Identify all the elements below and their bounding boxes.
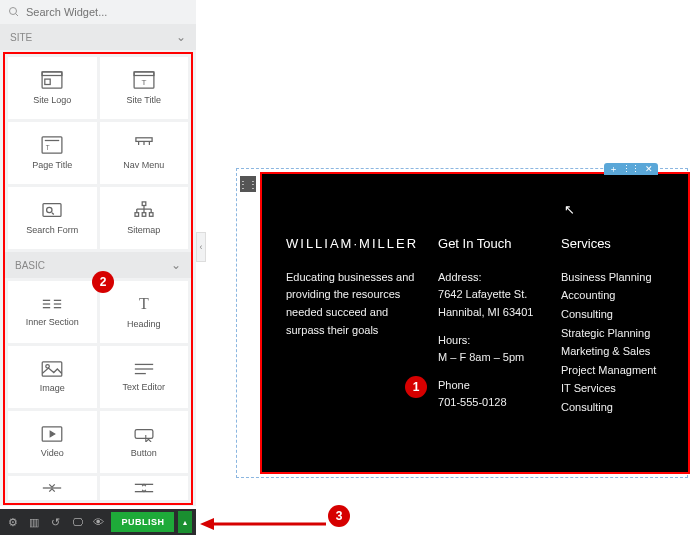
history-icon[interactable]: ↺ (47, 513, 64, 531)
section-header-site[interactable]: SITE ⌄ (0, 24, 196, 50)
footer-service-item[interactable]: Project Managment (561, 362, 664, 380)
widget-divider[interactable] (8, 476, 97, 500)
section-label: BASIC (15, 260, 45, 271)
footer-service-item[interactable]: Consulting (561, 399, 664, 417)
widget-image[interactable]: Image (8, 346, 97, 408)
svg-line-17 (52, 213, 54, 215)
section-drag-icon[interactable]: ⋮⋮ (622, 163, 640, 175)
widget-label: Heading (127, 319, 161, 329)
footer-phone-label: Phone (438, 377, 541, 395)
footer-col-contact: Get In Touch Address: 7642 Lafayette St.… (438, 234, 541, 452)
settings-icon[interactable]: ⚙ (4, 513, 21, 531)
chevron-down-icon: ⌄ (176, 30, 186, 44)
footer-phone-value: 701-555-0128 (438, 394, 541, 412)
chevron-down-icon: ⌄ (171, 258, 181, 272)
svg-point-0 (10, 8, 17, 15)
widget-spacer[interactable] (100, 476, 189, 500)
footer-services-heading: Services (561, 234, 664, 255)
widget-label: Video (41, 448, 64, 458)
publish-options-caret[interactable]: ▴ (178, 511, 192, 533)
footer-hours-label: Hours: (438, 332, 541, 350)
search-row (0, 0, 196, 24)
site-widgets-grid: Site Logo T Site Title T Page Title Nav … (5, 54, 191, 252)
svg-point-35 (46, 365, 50, 369)
annotation-3: 3 (328, 505, 350, 527)
divider-icon (41, 482, 63, 494)
spacer-icon (133, 482, 155, 494)
footer-service-item[interactable]: Accounting (561, 287, 664, 305)
widget-heading[interactable]: T Heading (100, 281, 189, 343)
heading-icon: T (134, 295, 154, 313)
sitemap-icon (133, 201, 155, 219)
search-icon (8, 6, 20, 18)
editor-canvas[interactable]: ⋮⋮ ＋ ⋮⋮ ✕ WILLIAM·MILLER Educating busin… (208, 0, 690, 504)
section-add-icon[interactable]: ＋ (604, 163, 622, 175)
svg-text:T: T (139, 295, 149, 312)
nav-menu-icon (133, 136, 155, 154)
footer-address-2: Hannibal, MI 63401 (438, 304, 541, 322)
widget-label: Inner Section (26, 317, 79, 327)
widget-site-logo[interactable]: Site Logo (8, 57, 97, 119)
svg-rect-21 (149, 213, 153, 217)
svg-rect-18 (142, 202, 146, 206)
footer-services-list: Business PlanningAccountingConsultingStr… (561, 269, 664, 417)
section-label: SITE (10, 32, 32, 43)
widget-inner-section[interactable]: Inner Section (8, 281, 97, 343)
widget-label: Site Logo (33, 95, 71, 105)
widget-label: Text Editor (122, 382, 165, 392)
footer-about-text: Educating businesses and providing the r… (286, 269, 418, 339)
widget-label: Sitemap (127, 225, 160, 235)
widget-nav-menu[interactable]: Nav Menu (100, 122, 189, 184)
footer-address-label: Address: (438, 269, 541, 287)
widget-sitemap[interactable]: Sitemap (100, 187, 189, 249)
search-input[interactable] (26, 6, 188, 18)
svg-rect-4 (45, 79, 50, 84)
preview-icon[interactable]: 👁 (90, 513, 107, 531)
annotation-2: 2 (92, 271, 114, 293)
widget-page-title[interactable]: T Page Title (8, 122, 97, 184)
svg-text:T: T (46, 144, 50, 151)
annotation-arrow-3 (200, 516, 330, 532)
widget-search-form[interactable]: Search Form (8, 187, 97, 249)
widget-label: Page Title (32, 160, 72, 170)
text-editor-icon (133, 362, 155, 376)
footer-address-1: 7642 Lafayette St. (438, 286, 541, 304)
publish-button[interactable]: PUBLISH (111, 512, 174, 532)
annotation-1: 1 (405, 376, 427, 398)
widget-button[interactable]: Button (100, 411, 189, 473)
panel-collapse-handle[interactable]: ‹ (196, 232, 206, 262)
footer-col-services: Services Business PlanningAccountingCons… (561, 234, 664, 452)
footer-contact-heading: Get In Touch (438, 234, 541, 255)
svg-rect-6 (134, 72, 154, 76)
section-toolbar: ＋ ⋮⋮ ✕ (604, 163, 658, 175)
widget-label: Nav Menu (123, 160, 164, 170)
navigator-icon[interactable]: ▥ (25, 513, 42, 531)
responsive-icon[interactable]: 🖵 (68, 513, 85, 531)
page-title-icon: T (41, 136, 63, 154)
widget-site-title[interactable]: T Site Title (100, 57, 189, 119)
site-logo-icon (41, 71, 63, 89)
svg-line-1 (16, 14, 19, 17)
footer-service-item[interactable]: IT Services (561, 380, 664, 398)
section-close-icon[interactable]: ✕ (640, 163, 658, 175)
svg-rect-11 (136, 138, 152, 142)
footer-col-about: WILLIAM·MILLER Educating businesses and … (286, 234, 418, 452)
video-icon (41, 426, 63, 442)
widget-label: Search Form (26, 225, 78, 235)
cursor-icon: ↖ (564, 202, 575, 217)
image-icon (41, 361, 63, 377)
footer-service-item[interactable]: Marketing & Sales (561, 343, 664, 361)
svg-rect-19 (135, 213, 139, 217)
widget-text-editor[interactable]: Text Editor (100, 346, 189, 408)
widget-video[interactable]: Video (8, 411, 97, 473)
footer-service-item[interactable]: Strategic Planning (561, 325, 664, 343)
widget-label: Site Title (126, 95, 161, 105)
svg-rect-3 (42, 72, 62, 76)
footer-service-item[interactable]: Consulting (561, 306, 664, 324)
footer-service-item[interactable]: Business Planning (561, 269, 664, 287)
footer-section[interactable]: WILLIAM·MILLER Educating businesses and … (260, 172, 690, 474)
section-edit-handle[interactable]: ⋮⋮ (240, 176, 256, 192)
bottom-panel-bar: ⚙ ▥ ↺ 🖵 👁 PUBLISH ▴ (0, 509, 196, 535)
svg-rect-20 (142, 213, 146, 217)
site-title-icon: T (133, 71, 155, 89)
